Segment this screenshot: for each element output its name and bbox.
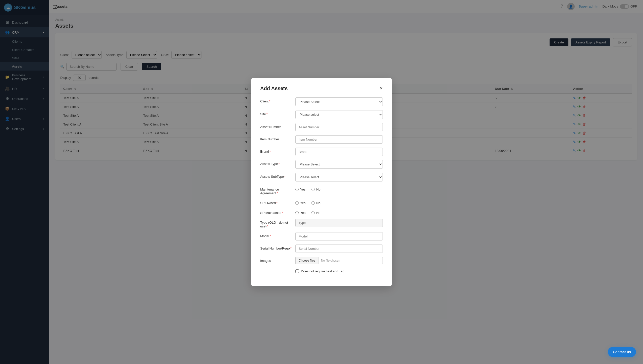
form-row-brand: Brand* [260,148,383,156]
form-row-serial: Serial Number/Rego* [260,245,383,253]
model-field-control [295,232,383,240]
assets-type-label: Assets Type* [260,160,295,166]
choose-files-button[interactable]: Choose files [295,257,318,264]
file-input-row: Choose files No file chosen [295,257,383,264]
maintenance-radio-group: Yes No [295,186,383,191]
test-tag-checkbox[interactable] [295,269,299,273]
maintenance-no-label[interactable]: No [311,188,320,191]
sp-maintained-no-radio[interactable] [311,211,315,214]
test-tag-checkbox-label: Does not require Test and Tag [301,269,344,273]
asset-number-control [295,123,383,131]
brand-input[interactable] [295,148,383,156]
assets-subtype-label: Assets SubType* [260,173,295,178]
sp-owned-yes-label[interactable]: Yes [295,201,305,205]
sp-owned-no-radio[interactable] [311,201,315,205]
form-row-sp-maintained: SP Maintained* Yes No [260,209,383,215]
client-field-label: Client* [260,97,295,103]
form-row-site: Site* Please select [260,110,383,119]
model-input[interactable] [295,232,383,240]
item-number-control [295,135,383,144]
assets-type-select[interactable]: Please Select [295,160,383,169]
site-field-control: Please select [295,110,383,119]
sp-maintained-yes-label[interactable]: Yes [295,211,305,215]
modal-title: Add Assets [260,86,288,91]
site-select[interactable]: Please select [295,110,383,119]
sp-maintained-control: Yes No [295,209,383,215]
file-name-display: No file chosen [318,257,383,264]
form-row-assets-subtype: Assets SubType* Please select [260,173,383,181]
test-tag-checkbox-group: Does not require Test and Tag [295,268,383,273]
contact-us-button[interactable]: Contact us [608,347,636,357]
form-row-assets-type: Assets Type* Please Select [260,160,383,169]
sp-owned-no-label[interactable]: No [311,201,320,205]
assets-type-control: Please Select [295,160,383,169]
maintenance-control: Yes No [295,186,383,191]
serial-field-control [295,245,383,253]
serial-field-label: Serial Number/Rego* [260,245,295,250]
test-tag-control: Does not require Test and Tag [295,268,383,273]
maintenance-yes-radio[interactable] [295,188,299,191]
assets-subtype-control: Please select [295,173,383,181]
site-field-label: Site* [260,110,295,116]
asset-number-label: Asset Number [260,123,295,129]
modal-close-button[interactable]: × [380,86,383,91]
sp-maintained-label: SP Maintained* [260,209,295,215]
sp-owned-yes-radio[interactable] [295,201,299,205]
maintenance-no-radio[interactable] [311,188,315,191]
type-old-control [295,219,383,227]
type-old-label: Type (OLD - do not use)* [260,219,295,228]
form-row-client: Client* Please Select [260,97,383,106]
form-row-images: Images Choose files No file chosen [260,257,383,264]
client-select[interactable]: Please Select [295,97,383,106]
assets-subtype-select[interactable]: Please select [295,173,383,181]
client-field-control: Please Select [295,97,383,106]
serial-input[interactable] [295,245,383,253]
form-row-test-tag: Does not require Test and Tag [260,268,383,273]
maintenance-yes-label[interactable]: Yes [295,188,305,191]
asset-number-input[interactable] [295,123,383,131]
add-assets-modal: Add Assets × Client* Please Select Site*… [251,78,392,286]
images-label: Images [260,257,295,263]
type-old-input[interactable] [295,219,383,227]
sp-owned-radio-group: Yes No [295,199,383,205]
maintenance-label: Maintenance Agreement* [260,186,295,195]
form-row-asset-number: Asset Number [260,123,383,131]
sp-maintained-yes-radio[interactable] [295,211,299,214]
modal-overlay: Add Assets × Client* Please Select Site*… [0,0,643,364]
brand-field-label: Brand* [260,148,295,153]
form-row-maintenance: Maintenance Agreement* Yes No [260,186,383,195]
item-number-input[interactable] [295,135,383,144]
sp-owned-label: SP Owned* [260,199,295,205]
form-row-type-old: Type (OLD - do not use)* [260,219,383,228]
model-field-label: Model* [260,232,295,238]
sp-owned-control: Yes No [295,199,383,205]
images-control: Choose files No file chosen [295,257,383,264]
sp-maintained-no-label[interactable]: No [311,211,320,215]
modal-header: Add Assets × [260,86,383,91]
form-row-item-number: Item Number [260,135,383,144]
item-number-label: Item Number [260,135,295,141]
sp-maintained-radio-group: Yes No [295,209,383,215]
brand-field-control [295,148,383,156]
form-row-model: Model* [260,232,383,240]
form-row-sp-owned: SP Owned* Yes No [260,199,383,205]
